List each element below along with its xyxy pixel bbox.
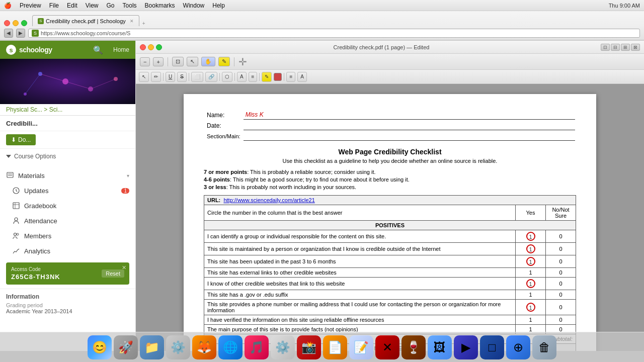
maximize-button[interactable]	[21, 20, 27, 26]
dock-firefox[interactable]: 🦊	[192, 335, 216, 359]
pdf-scoring: 7 or more points: This is probably a rel…	[204, 169, 576, 190]
address-bar[interactable]: S https://www.schoology.com/course/S	[28, 29, 640, 38]
access-code-content: Access Code Z65C8-TH3NK	[11, 266, 60, 281]
browser-tabs: S Credibility check.pdf | Schoology ✕ +	[0, 11, 644, 26]
fullscreen-btn[interactable]: ⊠	[631, 44, 640, 51]
color-box-btn[interactable]	[274, 73, 282, 81]
menu-file[interactable]: File	[49, 2, 59, 9]
members-icon	[12, 232, 20, 240]
sidebar-item-materials[interactable]: Materials ▾	[0, 168, 135, 183]
search-icon[interactable]: 🔍	[93, 45, 103, 55]
tab-close-icon[interactable]: ✕	[130, 19, 134, 24]
positive-q4-yes: 1	[516, 268, 546, 278]
link-btn[interactable]: 🔗	[205, 72, 217, 82]
dock-unknown1[interactable]: 🍷	[401, 335, 426, 359]
download-button[interactable]: ⬇ Do...	[6, 134, 36, 145]
menu-edit[interactable]: Edit	[67, 2, 77, 9]
dock-folder[interactable]: 📁	[140, 335, 164, 359]
dock-system-prefs[interactable]: ⚙️	[271, 335, 295, 359]
dock-photobooth[interactable]: 📸	[297, 335, 321, 359]
materials-arrow: ▾	[127, 173, 129, 178]
sidebar-item-attendance[interactable]: Attendance	[0, 213, 135, 228]
view-toggle-btn[interactable]: ⊟	[611, 44, 620, 51]
menu-help[interactable]: Help	[212, 2, 225, 9]
sidebar-item-members[interactable]: Members	[0, 228, 135, 243]
gradebook-label: Gradebook	[24, 202, 56, 210]
gradebook-icon	[12, 202, 20, 210]
dock-google-chrome[interactable]: ⊕	[506, 335, 530, 359]
new-tab-button[interactable]: +	[142, 21, 145, 26]
dock-settings[interactable]: ⚙️	[166, 335, 190, 359]
preview-minimize-button[interactable]	[148, 44, 154, 50]
table-row: This site has external links to other cr…	[204, 268, 576, 278]
url-cell: URL: http://www.sciencedaily.com/article…	[204, 196, 576, 205]
dock-virtualbox[interactable]: □	[480, 335, 504, 359]
breadcrumb-course[interactable]: Physical Sc...	[6, 106, 42, 113]
menu-bookmarks[interactable]: Bookmarks	[145, 2, 175, 9]
sidebar-item-updates[interactable]: Updates 1	[0, 183, 135, 198]
zoom-in-button[interactable]: +	[153, 57, 163, 66]
menu-view[interactable]: View	[86, 2, 99, 9]
materials-icon	[6, 171, 14, 179]
dock-launchpad[interactable]: 🚀	[114, 335, 138, 359]
menu-preview[interactable]: Preview	[20, 2, 41, 9]
page-title: Credibili...	[6, 120, 38, 127]
access-code-reset-button[interactable]: Reset	[102, 269, 124, 278]
course-options-label: Course Options	[14, 153, 56, 160]
selection-tool-button[interactable]: ↖	[187, 57, 198, 66]
dock-textedit[interactable]: 📝	[349, 335, 373, 359]
preview-close-button[interactable]	[140, 44, 146, 50]
dock-trash[interactable]: 🗑	[532, 335, 556, 359]
scroll-tool-button[interactable]: ✋	[201, 57, 215, 66]
dock-pages[interactable]: 📄	[323, 335, 347, 359]
note-btn[interactable]: ⬜	[191, 72, 203, 82]
text-btn[interactable]: A	[237, 72, 247, 82]
table-row: This site has been updated in the past 3…	[204, 255, 576, 268]
menu-window[interactable]: Window	[183, 2, 205, 9]
access-code-close-icon[interactable]: ✕	[122, 264, 126, 271]
updates-label: Updates	[24, 187, 48, 195]
dock-quicktime[interactable]: ▶	[454, 335, 478, 359]
name-value: Miss K	[244, 110, 575, 120]
browser-tab-schoology[interactable]: S Credibility check.pdf | Schoology ✕	[32, 15, 139, 26]
positive-q8-no: 0	[546, 315, 576, 325]
positive-q4: This site has external links to other cr…	[204, 268, 516, 278]
preview-maximize-button[interactable]	[156, 44, 162, 50]
nav-home[interactable]: Home	[113, 46, 129, 53]
highlight-btn[interactable]: ✎	[262, 72, 272, 82]
draw-btn[interactable]: ✏	[151, 72, 161, 82]
markup-tool-button[interactable]: ✎	[218, 57, 230, 66]
strikethrough-btn[interactable]: S	[177, 72, 187, 82]
sidebar-toggle-btn[interactable]: ⊡	[601, 44, 610, 51]
sidebar-item-analytics[interactable]: Analytics	[0, 243, 135, 258]
select-tool-btn[interactable]: ↖	[139, 72, 149, 82]
course-options-toggle[interactable]: Course Options	[6, 153, 129, 160]
dock-safari[interactable]: 🌐	[218, 335, 243, 359]
back-button[interactable]: ◀	[4, 29, 13, 38]
underline-btn[interactable]: U	[166, 72, 175, 82]
breadcrumb-section[interactable]: Sci...	[49, 106, 63, 113]
grid-toggle-btn[interactable]: ⊞	[621, 44, 630, 51]
list-btn[interactable]: ≡	[249, 72, 258, 82]
forward-button[interactable]: ▶	[16, 29, 25, 38]
table-row: This site provides a phone number or mai…	[204, 300, 576, 315]
stamp-btn[interactable]: ⬡	[222, 72, 232, 82]
font-btn[interactable]: A	[297, 72, 307, 82]
sidebar-item-gradebook[interactable]: Gradebook	[0, 198, 135, 213]
dock-itunes[interactable]: 🎵	[245, 335, 269, 359]
minimize-button[interactable]	[13, 20, 19, 26]
dock-finder[interactable]: 😊	[88, 335, 112, 359]
tb2-sep-5	[259, 73, 260, 81]
menu-tools[interactable]: Tools	[123, 2, 137, 9]
svg-rect-16	[13, 203, 19, 209]
fit-page-button[interactable]: ⊡	[172, 57, 184, 66]
menu-go[interactable]: Go	[107, 2, 115, 9]
dock-crossover[interactable]: ✕	[375, 335, 399, 359]
align-btn[interactable]: ≡	[286, 72, 295, 82]
close-button[interactable]	[4, 20, 10, 26]
dock-iphoto[interactable]: 🖼	[428, 335, 452, 359]
zoom-out-button[interactable]: −	[140, 57, 150, 66]
apple-menu[interactable]: 🍎	[4, 2, 12, 9]
materials-label: Materials	[18, 172, 45, 179]
mac-dock: 😊 🚀 📁 ⚙️ 🦊 🌐 🎵 ⚙️ 📸 📄 📝 ✕ 🍷 🖼 ▶ □ ⊕ 🗑	[0, 332, 644, 362]
